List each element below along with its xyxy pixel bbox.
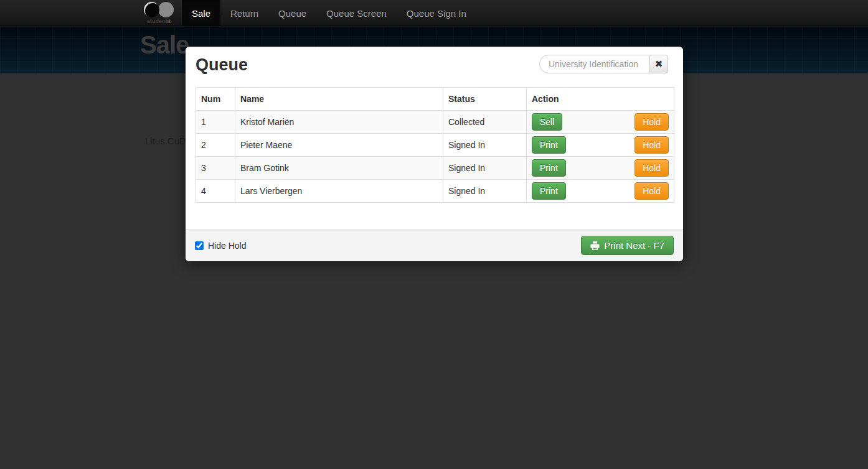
modal-title: Queue (196, 54, 248, 75)
hide-hold-toggle[interactable]: Hide Hold (195, 241, 246, 251)
studentit-logo[interactable]: studentit (141, 2, 177, 24)
print-next-button[interactable]: Print Next - F7 (581, 236, 674, 255)
print-button[interactable]: Print (532, 159, 566, 177)
cell-action: Print Hold (527, 157, 674, 180)
cell-status: Signed In (443, 134, 527, 157)
hold-button[interactable]: Hold (634, 136, 669, 154)
header-num: Num (196, 88, 235, 111)
logo-circles-icon (144, 2, 174, 18)
nav-menu: Sale Return Queue Queue Screen Queue Sig… (182, 0, 476, 26)
close-button[interactable]: ✖ (649, 55, 668, 73)
nav-item-queue[interactable]: Queue (268, 0, 316, 26)
modal-footer: Hide Hold Print Next - F7 (186, 229, 683, 261)
header-name: Name (235, 88, 443, 111)
print-button[interactable]: Print (532, 182, 566, 200)
queue-table: Num Name Status Action 1 Kristof Mariën … (196, 87, 674, 203)
cell-num: 4 (196, 180, 235, 203)
table-row: 1 Kristof Mariën Collected Sell Hold (196, 111, 674, 134)
hold-button[interactable]: Hold (634, 159, 669, 177)
logo-circle-black (144, 2, 159, 17)
university-identification-input[interactable] (539, 55, 650, 73)
nav-item-queue-sign-in[interactable]: Queue Sign In (397, 0, 476, 26)
cell-name: Lars Vierbergen (235, 180, 443, 203)
identification-input-group: ✖ (539, 55, 668, 73)
nav-item-queue-screen[interactable]: Queue Screen (316, 0, 397, 26)
cell-status: Signed In (443, 180, 527, 203)
table-row: 2 Pieter Maene Signed In Print Hold (196, 134, 674, 157)
table-row: 4 Lars Vierbergen Signed In Print Hold (196, 180, 674, 203)
header-action: Action (527, 88, 674, 111)
hold-button[interactable]: Hold (634, 113, 669, 131)
logo-circle-gray (158, 2, 174, 17)
sell-button[interactable]: Sell (532, 113, 562, 131)
nav-item-return[interactable]: Return (220, 0, 268, 26)
close-icon: ✖ (655, 58, 663, 70)
cell-name: Pieter Maene (235, 134, 443, 157)
background-content-text: Litus CuD (145, 136, 186, 146)
cell-action: Sell Hold (527, 111, 674, 134)
page-title: Sale (140, 31, 189, 59)
cell-num: 2 (196, 134, 235, 157)
print-button[interactable]: Print (532, 136, 566, 154)
cell-num: 3 (196, 157, 235, 180)
queue-modal: Queue ✖ Num Name Status Action 1 Kristof (186, 47, 683, 261)
hold-button[interactable]: Hold (634, 182, 669, 200)
cell-action: Print Hold (527, 134, 674, 157)
navbar: studentit Sale Return Queue Queue Screen… (0, 0, 868, 26)
modal-header: Queue ✖ (186, 47, 683, 75)
header-status: Status (443, 88, 527, 111)
modal-body: Num Name Status Action 1 Kristof Mariën … (186, 75, 683, 203)
table-row: 3 Bram Gotink Signed In Print Hold (196, 157, 674, 180)
cell-num: 1 (196, 111, 235, 134)
cell-action: Print Hold (527, 180, 674, 203)
printer-icon (590, 241, 600, 250)
print-next-label: Print Next - F7 (604, 240, 664, 251)
table-header-row: Num Name Status Action (196, 88, 674, 111)
hide-hold-label: Hide Hold (208, 241, 246, 251)
cell-name: Kristof Mariën (235, 111, 443, 134)
cell-name: Bram Gotink (235, 157, 443, 180)
nav-item-sale[interactable]: Sale (182, 0, 220, 26)
hide-hold-checkbox[interactable] (195, 241, 204, 250)
logo-text: studentit (141, 19, 177, 24)
cell-status: Collected (443, 111, 527, 134)
cell-status: Signed In (443, 157, 527, 180)
